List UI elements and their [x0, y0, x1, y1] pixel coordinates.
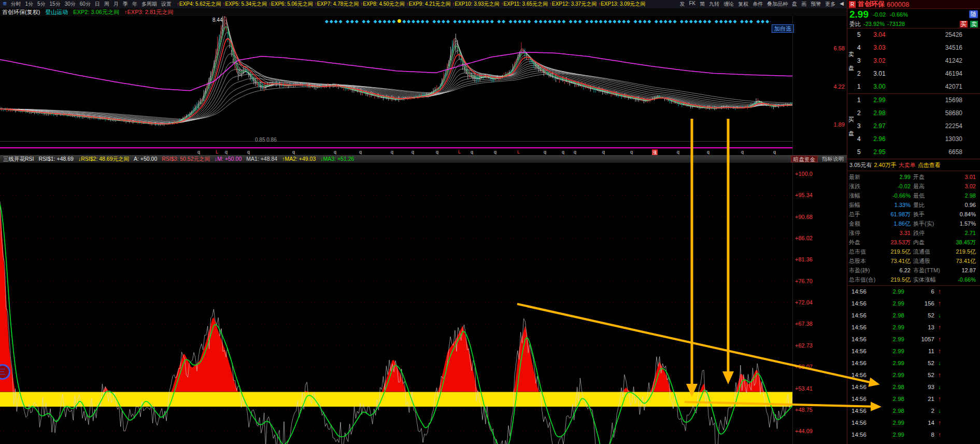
- period-buttons-group: ≣分时1分5分15分30分60分日周月季年多周期设置: [2, 1, 173, 8]
- down-arrow-icon: ↓: [934, 310, 945, 322]
- tick-row[interactable]: 14:562.9914↑: [847, 417, 980, 429]
- tick-row[interactable]: 14:562.998↑: [847, 429, 980, 441]
- dark-pool-funds-button[interactable]: 暗盘资金: [791, 156, 818, 162]
- period-button[interactable]: 日: [93, 1, 102, 8]
- toolbar-tool-button[interactable]: FK: [688, 1, 698, 8]
- event-marker[interactable]: L: [458, 149, 461, 155]
- event-marker[interactable]: q: [602, 149, 605, 155]
- order-row-buy[interactable]: 42.9613030: [855, 133, 980, 146]
- event-marker[interactable]: q: [773, 149, 776, 155]
- tick-row[interactable]: 14:562.9821↑: [847, 393, 980, 405]
- main-kline-chart[interactable]: [0, 16, 792, 147]
- tick-row[interactable]: 14:562.9952↑: [847, 369, 980, 381]
- event-marker[interactable]: q: [225, 149, 228, 155]
- event-marker[interactable]: q: [677, 149, 679, 155]
- tick-row[interactable]: 14:562.99156↑: [847, 298, 980, 310]
- stats-row: 市盈(静)6.22市盈(TTM)12.87: [847, 266, 980, 275]
- stat-value: 3.31: [883, 228, 913, 238]
- buy-side-char: 买: [848, 116, 854, 123]
- toolbar-tool-button[interactable]: ◀: [838, 1, 845, 8]
- rsi-indicator-chart[interactable]: [0, 163, 792, 444]
- event-marker[interactable]: q: [494, 149, 496, 155]
- event-marker[interactable]: q: [292, 149, 295, 155]
- period-button[interactable]: 年: [131, 1, 139, 8]
- tick-row[interactable]: 14:562.9913↑: [847, 322, 980, 334]
- event-marker[interactable]: q: [741, 149, 744, 155]
- period-button[interactable]: 分时: [9, 1, 22, 8]
- toolbar-tool-button[interactable]: 叠加品种: [765, 1, 789, 8]
- indicator-help-button[interactable]: 指标说明: [822, 156, 844, 163]
- period-button[interactable]: 60分: [78, 1, 92, 8]
- event-marker[interactable]: q: [247, 149, 250, 155]
- event-marker[interactable]: q: [544, 149, 546, 155]
- buy-order-book: 买盘 12.991569822.985868032.972225442.9613…: [847, 94, 980, 159]
- order-row-buy[interactable]: 32.9722254: [855, 120, 980, 133]
- toolbar-tool-button[interactable]: 预警: [809, 1, 822, 8]
- event-marker[interactable]: q: [630, 149, 633, 155]
- toolbar-tool-button[interactable]: 发: [678, 1, 687, 8]
- follow-badge[interactable]: 随: [969, 10, 978, 18]
- period-button[interactable]: 设置: [160, 1, 173, 8]
- r-badge[interactable]: R: [849, 1, 856, 8]
- sell-tab[interactable]: 卖: [970, 21, 978, 27]
- weicha-value: -73128: [887, 21, 905, 27]
- period-button[interactable]: 30分: [63, 1, 77, 8]
- toolbar-tool-button[interactable]: 盘: [790, 1, 799, 8]
- tick-row[interactable]: 14:562.991057↑: [847, 334, 980, 345]
- tick-row[interactable]: 14:562.996↑: [847, 286, 980, 298]
- period-button[interactable]: 季: [121, 1, 130, 8]
- event-marker[interactable]: q: [574, 149, 576, 155]
- tick-row[interactable]: 14:562.9893↓: [847, 381, 980, 393]
- period-button[interactable]: 5分: [36, 1, 47, 8]
- tick-volume: 13: [904, 322, 934, 334]
- notice-click-to-view[interactable]: 点击查看: [918, 161, 941, 169]
- period-button[interactable]: 15分: [48, 1, 62, 8]
- event-marker[interactable]: q: [391, 149, 393, 155]
- toolbar-tool-button[interactable]: 缠论: [722, 1, 735, 8]
- order-row-buy[interactable]: 12.9915698: [855, 94, 980, 107]
- tick-price: 2.98: [877, 381, 904, 393]
- order-row-sell[interactable]: 43.0334516: [855, 41, 980, 54]
- order-row-buy[interactable]: 52.956658: [855, 146, 980, 159]
- order-row-sell[interactable]: 23.0146194: [855, 67, 980, 80]
- event-marker[interactable]: q: [334, 149, 336, 155]
- order-row-buy[interactable]: 22.9858680: [855, 107, 980, 120]
- toolbar-tool-button[interactable]: 复权: [736, 1, 750, 8]
- stock-period-label[interactable]: 首创环保(复权): [2, 8, 40, 16]
- tick-row[interactable]: 14:562.9852↓: [847, 310, 980, 322]
- add-watchlist-button[interactable]: 加自选: [772, 24, 794, 33]
- event-marker[interactable]: q: [411, 149, 414, 155]
- event-marker[interactable]: q: [436, 149, 438, 155]
- event-marker[interactable]: q: [359, 149, 362, 155]
- period-button[interactable]: 周: [103, 1, 111, 8]
- event-marker[interactable]: q: [707, 149, 709, 155]
- buy-tab[interactable]: 买: [960, 21, 968, 27]
- toolbar-tool-button[interactable]: 简: [698, 1, 706, 8]
- toolbar-tool-button[interactable]: 更多: [823, 1, 837, 8]
- order-price: 2.95: [864, 146, 894, 159]
- period-button[interactable]: 1分: [23, 1, 35, 8]
- order-volume: 42071: [894, 80, 962, 93]
- toolbar-tool-button[interactable]: 九转: [707, 1, 721, 8]
- event-marker[interactable]: q: [197, 149, 200, 155]
- app-menu-icon[interactable]: ≣: [2, 1, 8, 8]
- tick-row[interactable]: 14:562.9911↑: [847, 345, 980, 357]
- exp-label: EXP13: 3.09元之间: [601, 1, 645, 7]
- period-button[interactable]: 多周期: [140, 1, 159, 8]
- big-order-notice[interactable]: 3.05元有 2.40万手 大卖单 点击查看: [847, 159, 980, 171]
- toolbar-tool-button[interactable]: 画: [800, 1, 808, 8]
- order-row-sell[interactable]: 33.0241242: [855, 54, 980, 67]
- toolbar-tool-button[interactable]: 条件: [751, 1, 764, 8]
- order-row-sell[interactable]: 53.0425426: [855, 29, 980, 41]
- event-marker[interactable]: L: [517, 149, 520, 155]
- period-button[interactable]: 月: [112, 1, 120, 8]
- order-volume: 58680: [894, 107, 962, 120]
- indicator-name-label[interactable]: 登山运动: [45, 8, 68, 16]
- event-marker[interactable]: q: [471, 149, 473, 155]
- event-marker[interactable]: q: [562, 149, 564, 155]
- tick-row[interactable]: 14:562.9952↓: [847, 357, 980, 369]
- tick-row[interactable]: 14:562.982↓: [847, 405, 980, 417]
- order-row-sell[interactable]: 13.0042071: [855, 80, 980, 93]
- order-row-spacer: [962, 94, 980, 107]
- event-marker[interactable]: L: [216, 149, 218, 155]
